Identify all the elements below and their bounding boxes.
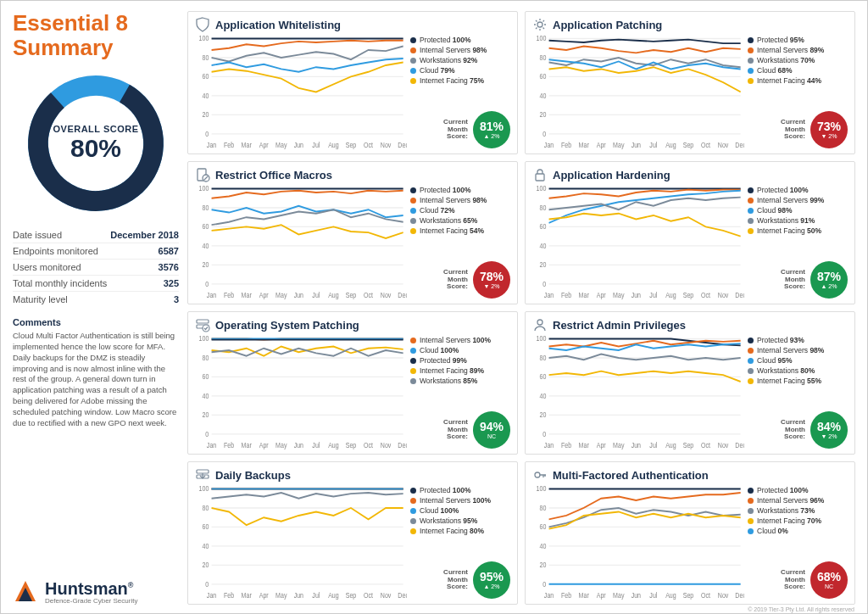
meta-row: Maturity level3 [13, 292, 179, 307]
legend-dot-icon [410, 187, 416, 193]
score-label: CurrentMonthScore: [781, 569, 805, 591]
chart: 020406080100JanFebMarAprMayJunJulAugSepO… [532, 484, 744, 600]
card-os-patching: Operating System Patching 020406080100Ja… [187, 311, 518, 455]
svg-text:Jul: Jul [312, 442, 320, 450]
svg-text:20: 20 [539, 260, 546, 269]
svg-text:Dec: Dec [735, 292, 744, 300]
score-value: 81% [480, 120, 504, 132]
legend-item: Internet Facing 54% [410, 226, 510, 235]
svg-text:100: 100 [199, 184, 209, 193]
svg-text:Dec: Dec [398, 592, 407, 600]
meta-row: Users monitored3576 [13, 260, 179, 276]
meta-key: Date issued [13, 230, 62, 240]
svg-text:Aug: Aug [665, 592, 676, 600]
svg-text:60: 60 [202, 522, 209, 531]
legend-dot-icon [748, 58, 754, 64]
svg-text:Feb: Feb [561, 592, 572, 600]
page: Essential 8 Summary OVERALL SCORE 80% Da… [0, 0, 868, 614]
card-title: Application Whitelisting [215, 19, 341, 31]
legend-item: Cloud 95% [748, 356, 848, 365]
legend-item: Workstations 85% [410, 377, 510, 385]
legend-dot-icon [410, 47, 416, 53]
meta-row: Date issuedDecember 2018 [13, 227, 179, 243]
legend-label: Workstations 85% [420, 377, 477, 385]
svg-text:Aug: Aug [328, 592, 339, 600]
svg-text:Aug: Aug [328, 292, 339, 300]
comments-header: Comments [13, 317, 179, 327]
legend-item: Protected 99% [410, 356, 510, 365]
legend-dot-icon [748, 228, 754, 234]
legend-dot-icon [410, 498, 416, 504]
legend-dot-icon [410, 338, 416, 343]
legend-label: Internet Facing 70% [757, 516, 821, 525]
legend-dot-icon [410, 78, 416, 84]
legend-label: Protected 93% [757, 336, 804, 344]
legend-label: Internet Facing 80% [420, 527, 484, 535]
legend-label: Workstations 80% [757, 366, 815, 375]
legend-label: Cloud 72% [420, 206, 455, 215]
svg-text:Nov: Nov [381, 142, 392, 150]
server-check-icon [195, 317, 210, 332]
svg-rect-104 [197, 320, 209, 323]
svg-text:100: 100 [537, 334, 547, 343]
meta-value: December 2018 [110, 230, 179, 240]
svg-text:40: 40 [539, 392, 546, 400]
page-title: Essential 8 Summary [13, 11, 179, 59]
card-title: Restrict Office Macros [215, 169, 332, 181]
svg-text:Dec: Dec [398, 442, 407, 450]
score-delta: ▼ 2% [484, 283, 500, 289]
score-value: 95% [480, 571, 504, 583]
meta-key: Endpoints monitored [13, 246, 98, 256]
score-label: CurrentMonthScore: [443, 119, 468, 141]
svg-text:40: 40 [202, 92, 209, 100]
svg-text:20: 20 [202, 260, 209, 269]
svg-text:Oct: Oct [364, 442, 374, 450]
svg-text:0: 0 [542, 130, 546, 138]
legend-dot-icon [748, 348, 754, 354]
shield-icon [195, 17, 210, 32]
legend-label: Internal Servers 99% [757, 196, 824, 204]
legend-label: Internal Servers 100% [420, 496, 491, 505]
doc-block-icon [195, 167, 210, 182]
svg-text:Aug: Aug [665, 292, 676, 300]
score-label: CurrentMonthScore: [781, 119, 805, 141]
svg-text:Mar: Mar [242, 592, 252, 600]
legend-label: Workstations 65% [420, 216, 477, 225]
card-header: Daily Backups [195, 467, 510, 483]
score-delta: ▼ 2% [821, 433, 837, 439]
legend-dot-icon [410, 358, 416, 364]
legend-dot-icon [410, 68, 416, 74]
legend-label: Cloud 95% [757, 356, 793, 365]
backup-icon [195, 467, 210, 483]
sidebar: Essential 8 Summary OVERALL SCORE 80% Da… [13, 11, 179, 605]
card-header: Application Whitelisting [195, 17, 510, 32]
legend-item: Cloud 79% [410, 66, 510, 75]
legend-label: Protected 100% [757, 186, 809, 194]
legend-item: Internet Facing 50% [748, 226, 848, 235]
svg-text:Feb: Feb [224, 442, 235, 450]
svg-text:80: 80 [539, 354, 546, 362]
svg-text:Jul: Jul [649, 142, 657, 150]
legend-item: Internal Servers 98% [748, 346, 848, 354]
footer-copyright: © 2019 Tier-3 Pty Ltd. All rights reserv… [748, 606, 854, 612]
svg-text:60: 60 [202, 372, 209, 381]
svg-text:Oct: Oct [701, 292, 711, 300]
legend-label: Cloud 0% [757, 527, 788, 535]
svg-text:May: May [275, 142, 287, 150]
legend-dot-icon [410, 198, 416, 204]
svg-text:Nov: Nov [718, 142, 729, 150]
legend-label: Protected 100% [420, 186, 471, 194]
card-daily-backups: Daily Backups 020406080100JanFebMarAprMa… [187, 461, 518, 605]
svg-text:May: May [613, 592, 624, 600]
svg-text:100: 100 [199, 34, 209, 42]
legend-item: Workstations 80% [748, 366, 848, 375]
svg-text:Dec: Dec [735, 592, 744, 600]
legend-dot-icon [410, 488, 416, 494]
user-icon [532, 317, 548, 332]
svg-text:Dec: Dec [735, 442, 744, 450]
svg-text:100: 100 [537, 34, 547, 42]
svg-text:Jul: Jul [312, 292, 320, 300]
svg-text:0: 0 [205, 130, 209, 138]
card-title: Application Hardening [553, 169, 670, 181]
legend-dot-icon [748, 368, 754, 374]
